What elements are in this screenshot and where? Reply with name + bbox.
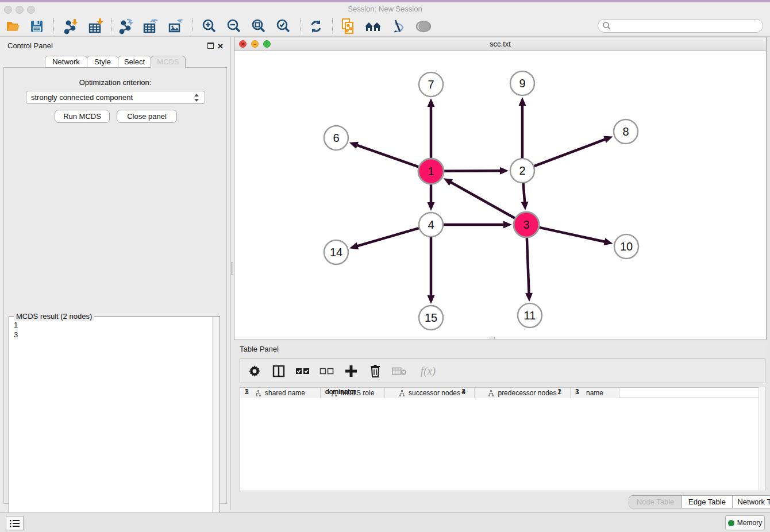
tab-mcds[interactable]: MCDS <box>151 56 186 68</box>
gear-icon[interactable] <box>247 364 262 379</box>
table-cell: 3 <box>571 387 619 396</box>
table-scrollbar[interactable] <box>759 387 765 490</box>
zoom-out-icon[interactable] <box>224 17 244 36</box>
select-all-icon[interactable] <box>295 364 310 379</box>
import-table-icon[interactable] <box>86 17 106 36</box>
app-titlebar: Session: New Session <box>0 2 770 16</box>
network-view-window: ✕ − + scc.txt 7968124314101511 <box>234 37 767 340</box>
node-label-14: 14 <box>330 246 342 259</box>
export-table-icon[interactable] <box>140 17 161 36</box>
float-panel-icon[interactable] <box>207 43 214 49</box>
edge-1-6[interactable] <box>356 145 418 167</box>
zoom-in-icon[interactable] <box>199 17 220 36</box>
optimization-criterion-select[interactable]: strongly connected component <box>26 91 205 104</box>
deselect-all-icon[interactable] <box>319 364 334 379</box>
network-graph: 7968124314101511 <box>234 51 766 340</box>
network-table-splitter-grip[interactable] <box>490 337 495 340</box>
tab-edge-table[interactable]: Edge Table <box>682 496 733 508</box>
delete-column-icon[interactable] <box>368 364 383 379</box>
table-toolbar: f(x) <box>240 358 765 383</box>
main-toolbar <box>0 16 770 37</box>
table-cell: 2 <box>475 387 561 396</box>
mcds-result-box: MCDS result (2 nodes) 1 3 <box>9 316 220 531</box>
table-row[interactable] <box>240 399 759 408</box>
network-window-title: scc.txt <box>234 37 766 51</box>
eye-icon[interactable] <box>413 17 434 36</box>
node-table: shared nameMCDS rolesuccessor nodesprede… <box>240 387 765 491</box>
table-panel-title: Table Panel <box>240 345 279 353</box>
run-mcds-button[interactable]: Run MCDS <box>55 110 110 123</box>
clone-network-icon[interactable] <box>338 17 359 36</box>
edge-3-11[interactable] <box>527 238 529 295</box>
tab-style[interactable]: Style <box>87 56 118 68</box>
add-column-icon[interactable] <box>344 364 359 379</box>
search-input[interactable] <box>598 19 763 33</box>
arrowhead-icon <box>428 295 435 304</box>
toolbar-separator <box>53 18 54 33</box>
maximize-network-button[interactable]: + <box>263 40 271 48</box>
save-session-icon[interactable] <box>26 17 47 36</box>
arrowhead-icon <box>521 202 529 210</box>
memory-button[interactable]: Memory <box>725 515 765 530</box>
open-session-icon[interactable] <box>3 17 24 36</box>
function-builder-icon[interactable]: f(x) <box>416 364 440 379</box>
close-window-button[interactable] <box>4 6 12 14</box>
arrowhead-icon <box>519 97 526 106</box>
tab-network-table[interactable]: Network Table <box>733 496 770 508</box>
close-panel-icon[interactable]: ✕ <box>217 43 224 50</box>
minimize-network-button[interactable]: − <box>251 40 259 48</box>
edge-2-3[interactable] <box>523 183 525 203</box>
edge-3-10[interactable] <box>539 228 606 242</box>
network-home-icon[interactable] <box>363 17 383 36</box>
node-label-1: 1 <box>428 165 434 178</box>
node-label-8: 8 <box>622 125 629 138</box>
tab-network[interactable]: Network <box>45 56 87 68</box>
toolbar-separator <box>332 18 333 33</box>
node-label-9: 9 <box>519 77 525 90</box>
arrowhead-icon <box>349 242 359 249</box>
mcds-result-text[interactable]: 1 3 <box>9 318 213 530</box>
zoom-fit-icon[interactable] <box>248 17 269 36</box>
tab-select[interactable]: Select <box>118 56 151 68</box>
zoom-selected-icon[interactable] <box>273 17 294 36</box>
tab-node-table[interactable]: Node Table <box>629 496 682 508</box>
node-label-10: 10 <box>620 240 633 253</box>
table-row[interactable] <box>240 408 759 417</box>
style-hide-icon[interactable] <box>387 17 408 36</box>
arrowhead-icon <box>604 238 613 245</box>
refresh-layout-icon[interactable] <box>306 17 326 36</box>
arrowhead-icon <box>500 167 509 175</box>
delete-table-icon[interactable] <box>392 364 407 379</box>
node-label-7: 7 <box>428 78 434 91</box>
node-label-15: 15 <box>425 311 437 324</box>
columns-icon[interactable] <box>271 364 286 379</box>
edge-1-2[interactable] <box>444 171 502 171</box>
edge-4-14[interactable] <box>356 228 419 246</box>
node-label-4: 4 <box>428 218 434 231</box>
close-panel-button[interactable]: Close panel <box>117 110 177 123</box>
selected-option: strongly connected component <box>31 93 133 102</box>
close-network-button[interactable]: ✕ <box>239 40 247 48</box>
search-icon <box>602 21 611 30</box>
export-network-icon[interactable] <box>116 17 136 36</box>
control-panel-title: Control Panel <box>7 41 53 50</box>
arrowhead-icon <box>525 293 533 302</box>
minimize-window-button[interactable] <box>16 6 24 14</box>
node-label-11: 11 <box>524 309 536 322</box>
table-panel: Table Panel ✕ f(x) shared nameMCDS roles… <box>234 342 767 510</box>
zoom-window-button[interactable] <box>27 6 35 14</box>
node-label-6: 6 <box>333 132 339 144</box>
edge-2-8[interactable] <box>534 139 607 167</box>
task-history-button[interactable] <box>6 516 24 530</box>
select-spinner-icon <box>193 93 200 102</box>
status-bar: Memory <box>0 512 770 532</box>
export-image-icon[interactable] <box>165 17 186 36</box>
list-icon <box>10 519 20 527</box>
edge-3-1[interactable] <box>449 182 515 218</box>
node-label-2: 2 <box>519 164 525 177</box>
network-canvas[interactable]: 7968124314101511 <box>234 51 766 340</box>
network-window-titlebar[interactable]: ✕ − + scc.txt <box>234 37 766 51</box>
table-cell: 3 <box>385 387 465 396</box>
import-network-icon[interactable] <box>60 17 81 36</box>
mcds-result-scrollbar[interactable] <box>212 317 219 531</box>
